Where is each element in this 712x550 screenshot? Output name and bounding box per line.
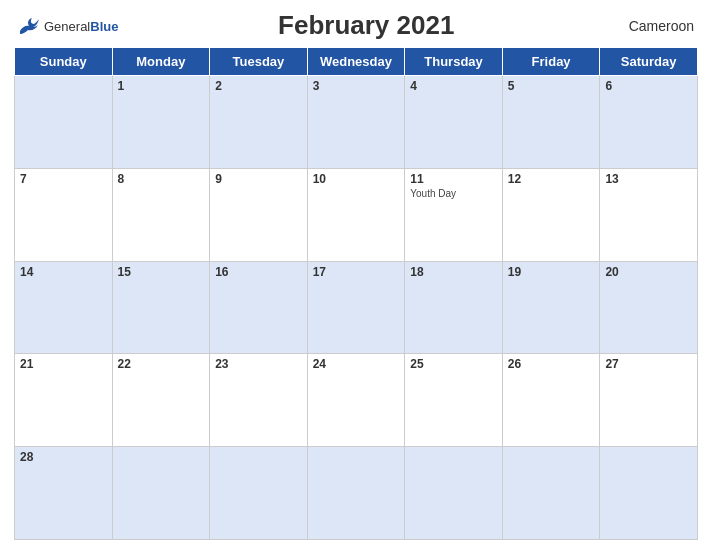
day-number: 7 <box>20 172 107 186</box>
weekday-header-friday: Friday <box>502 48 600 76</box>
weekday-header-wednesday: Wednesday <box>307 48 405 76</box>
day-number: 25 <box>410 357 497 371</box>
day-number: 17 <box>313 265 400 279</box>
calendar-cell: 22 <box>112 354 210 447</box>
weekday-header-row: SundayMondayTuesdayWednesdayThursdayFrid… <box>15 48 698 76</box>
day-number: 13 <box>605 172 692 186</box>
calendar-week-row: 7891011Youth Day1213 <box>15 168 698 261</box>
logo: GeneralBlue <box>18 17 118 35</box>
calendar-week-row: 21222324252627 <box>15 354 698 447</box>
weekday-header-monday: Monday <box>112 48 210 76</box>
calendar-cell: 18 <box>405 261 503 354</box>
day-number: 3 <box>313 79 400 93</box>
calendar-cell <box>15 76 113 169</box>
calendar-cell: 12 <box>502 168 600 261</box>
calendar-cell: 9 <box>210 168 308 261</box>
calendar-cell: 5 <box>502 76 600 169</box>
calendar-cell: 17 <box>307 261 405 354</box>
calendar-cell: 28 <box>15 447 113 540</box>
calendar-week-row: 28 <box>15 447 698 540</box>
day-number: 12 <box>508 172 595 186</box>
calendar-cell: 1 <box>112 76 210 169</box>
day-number: 10 <box>313 172 400 186</box>
weekday-header-tuesday: Tuesday <box>210 48 308 76</box>
day-number: 19 <box>508 265 595 279</box>
day-number: 23 <box>215 357 302 371</box>
calendar-cell: 8 <box>112 168 210 261</box>
calendar-week-row: 14151617181920 <box>15 261 698 354</box>
calendar-cell: 14 <box>15 261 113 354</box>
day-number: 21 <box>20 357 107 371</box>
country-label: Cameroon <box>614 18 694 34</box>
calendar-cell: 26 <box>502 354 600 447</box>
day-number: 22 <box>118 357 205 371</box>
day-number: 9 <box>215 172 302 186</box>
calendar-cell: 16 <box>210 261 308 354</box>
day-number: 27 <box>605 357 692 371</box>
calendar-cell: 19 <box>502 261 600 354</box>
weekday-header-sunday: Sunday <box>15 48 113 76</box>
day-number: 26 <box>508 357 595 371</box>
calendar-cell: 13 <box>600 168 698 261</box>
day-number: 14 <box>20 265 107 279</box>
calendar-cell: 21 <box>15 354 113 447</box>
calendar-cell: 6 <box>600 76 698 169</box>
calendar-cell <box>502 447 600 540</box>
calendar-cell: 25 <box>405 354 503 447</box>
calendar-cell: 11Youth Day <box>405 168 503 261</box>
event-label: Youth Day <box>410 188 497 199</box>
day-number: 1 <box>118 79 205 93</box>
calendar-cell: 27 <box>600 354 698 447</box>
day-number: 24 <box>313 357 400 371</box>
calendar-cell: 15 <box>112 261 210 354</box>
day-number: 15 <box>118 265 205 279</box>
calendar-cell: 7 <box>15 168 113 261</box>
calendar-cell <box>405 447 503 540</box>
calendar-cell: 24 <box>307 354 405 447</box>
calendar-table: SundayMondayTuesdayWednesdayThursdayFrid… <box>14 47 698 540</box>
calendar-cell <box>210 447 308 540</box>
day-number: 20 <box>605 265 692 279</box>
weekday-header-saturday: Saturday <box>600 48 698 76</box>
calendar-week-row: 123456 <box>15 76 698 169</box>
calendar-cell <box>112 447 210 540</box>
day-number: 18 <box>410 265 497 279</box>
calendar-cell: 4 <box>405 76 503 169</box>
calendar-cell: 10 <box>307 168 405 261</box>
logo-general-text: GeneralBlue <box>44 17 118 35</box>
calendar-cell: 20 <box>600 261 698 354</box>
calendar-cell <box>600 447 698 540</box>
day-number: 11 <box>410 172 497 186</box>
day-number: 4 <box>410 79 497 93</box>
calendar-header: GeneralBlue February 2021 Cameroon <box>14 10 698 41</box>
logo-bird-icon <box>18 17 40 35</box>
calendar-cell: 23 <box>210 354 308 447</box>
calendar-cell: 3 <box>307 76 405 169</box>
day-number: 2 <box>215 79 302 93</box>
day-number: 5 <box>508 79 595 93</box>
day-number: 16 <box>215 265 302 279</box>
weekday-header-thursday: Thursday <box>405 48 503 76</box>
day-number: 8 <box>118 172 205 186</box>
calendar-cell <box>307 447 405 540</box>
day-number: 6 <box>605 79 692 93</box>
calendar-title: February 2021 <box>118 10 614 41</box>
calendar-cell: 2 <box>210 76 308 169</box>
day-number: 28 <box>20 450 107 464</box>
